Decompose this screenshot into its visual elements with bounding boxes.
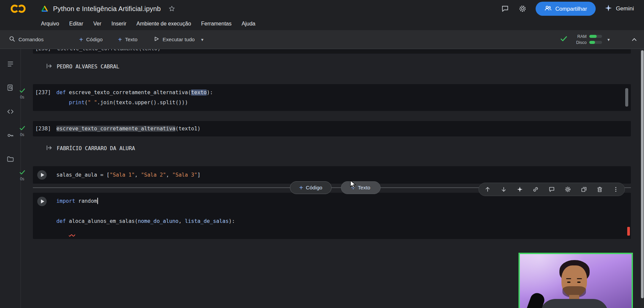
code-editor[interactable]: escreve_texto_corretamente_alternativa(t…: [56, 124, 200, 134]
code-line[interactable]: [56, 226, 235, 236]
code-line[interactable]: [236] escreve_texto_corretamente(texto): [35, 49, 160, 54]
code-line[interactable]: salas_de_aula = ["Sala 1", "Sala 2", "Sa…: [56, 170, 200, 180]
settings-gear-icon[interactable]: [518, 4, 527, 13]
menu-ver[interactable]: Ver: [93, 21, 101, 27]
run-all-button[interactable]: Executar tudo ▾: [153, 36, 204, 44]
code-editor[interactable]: def escreve_texto_corretamente_alternati…: [56, 87, 213, 108]
code-line[interactable]: import random: [56, 196, 235, 206]
disk-label: Disco: [573, 40, 587, 45]
executed-check-icon: [19, 125, 26, 131]
execution-count[interactable]: [238]: [35, 124, 51, 134]
connected-check-icon: [560, 35, 568, 44]
star-icon[interactable]: [168, 5, 176, 12]
execution-time: 0s: [16, 132, 28, 137]
menu-ferramentas[interactable]: Ferramentas: [201, 21, 232, 27]
plus-icon: +: [299, 184, 303, 191]
menubar: Arquivo Editar Ver Inserir Ambiente de e…: [0, 17, 644, 30]
error-marker: [627, 227, 630, 236]
cell-status: 0s: [16, 87, 28, 100]
add-code-button[interactable]: + Código: [79, 36, 103, 43]
colab-app: Python e Inteligência Artificial.ipynb: [0, 0, 644, 308]
code-editor[interactable]: salas_de_aula = ["Sala 1", "Sala 2", "Sa…: [56, 170, 200, 180]
code-editor[interactable]: [236] escreve_texto_corretamente(texto): [35, 49, 160, 54]
code-line[interactable]: def escreve_texto_corretamente_alternati…: [56, 87, 213, 98]
insert-code-button[interactable]: + Código: [290, 181, 332, 194]
more-actions-icon[interactable]: [610, 184, 621, 195]
add-text-button[interactable]: + Texto: [118, 36, 138, 43]
output-icon[interactable]: [46, 144, 53, 153]
clipped-code-cell[interactable]: [236] escreve_texto_corretamente(texto): [33, 49, 631, 54]
move-cell-up-icon[interactable]: [482, 184, 493, 195]
code-line[interactable]: [56, 206, 235, 216]
secrets-key-icon[interactable]: [6, 131, 15, 140]
play-icon: [41, 199, 44, 203]
output-text: FABRÍCIO CARRARO DA ALURA: [57, 145, 135, 151]
files-folder-icon[interactable]: [6, 155, 15, 164]
code-line[interactable]: escreve_texto_corretamente_alternativa(t…: [56, 124, 200, 134]
cell-status: 0s: [16, 169, 28, 181]
collapse-toolbar-icon[interactable]: [631, 36, 638, 43]
run-cell-button[interactable]: [37, 170, 47, 180]
webcam-overlay: [518, 253, 633, 308]
commands-button[interactable]: Comandos: [9, 36, 44, 44]
resources-indicator[interactable]: RAM Disco: [573, 34, 602, 45]
menu-ajuda[interactable]: Ajuda: [242, 21, 255, 27]
link-cell-icon[interactable]: [530, 184, 541, 195]
execution-count[interactable]: [237]: [35, 87, 51, 98]
code-cell-active[interactable]: import random def aloca_alunos_em_salas(…: [33, 193, 631, 239]
execution-time: 0s: [16, 177, 28, 181]
plus-icon: +: [79, 36, 83, 43]
code-cell-238[interactable]: [238] escreve_texto_corretamente_alterna…: [33, 121, 631, 136]
delete-cell-icon[interactable]: [594, 184, 605, 195]
code-snippets-icon[interactable]: [6, 107, 15, 116]
insert-text-button[interactable]: + Texto: [341, 181, 381, 194]
title-bar: Python e Inteligência Artificial.ipynb: [0, 0, 644, 17]
code-line[interactable]: print(" ".join(texto.upper().split())): [56, 98, 213, 108]
app-header: Python e Inteligência Artificial.ipynb: [0, 0, 644, 30]
gemini-button[interactable]: Gemini: [604, 4, 634, 14]
code-cell-237[interactable]: [237] def escreve_texto_corretamente_alt…: [33, 84, 631, 111]
toolbar-right: RAM Disco ▾: [560, 34, 644, 45]
cell-output: FABRÍCIO CARRARO DA ALURA: [46, 144, 135, 153]
gemini-sparkle-icon[interactable]: [514, 184, 525, 195]
ram-label: RAM: [573, 34, 587, 39]
table-of-contents-icon[interactable]: [6, 60, 15, 68]
gemini-label: Gemini: [616, 5, 634, 12]
cell-scrollbar[interactable]: [625, 88, 628, 107]
menu-arquivo[interactable]: Arquivo: [41, 21, 59, 27]
comment-cell-icon[interactable]: [546, 184, 557, 195]
cell-settings-gear-icon[interactable]: [562, 184, 573, 195]
code-line[interactable]: def aloca_alunos_em_salas(nome_do_aluno,…: [56, 216, 235, 226]
scrollbar-thumb[interactable]: [641, 50, 644, 298]
play-outline-icon: [153, 36, 160, 44]
plus-icon: +: [118, 36, 122, 43]
executed-check-icon: [19, 87, 26, 94]
comments-icon[interactable]: [501, 4, 509, 13]
gemini-sparkle-icon: [604, 4, 612, 14]
chevron-down-icon: ▾: [201, 37, 203, 42]
colab-logo-icon[interactable]: [10, 4, 26, 14]
execution-time: 0s: [16, 95, 28, 100]
presenter-eye: [577, 282, 581, 283]
output-icon[interactable]: [46, 62, 53, 71]
run-cell-button[interactable]: [37, 197, 47, 206]
executed-check-icon: [19, 169, 26, 176]
share-label: Compartilhar: [555, 6, 587, 12]
notebook-title[interactable]: Python e Inteligência Artificial.ipynb: [53, 5, 161, 13]
move-cell-down-icon[interactable]: [498, 184, 509, 195]
menu-ambiente[interactable]: Ambiente de execução: [137, 21, 191, 27]
presenter-brow: [566, 278, 571, 279]
menu-editar[interactable]: Editar: [69, 21, 83, 27]
code-editor[interactable]: import random def aloca_alunos_em_salas(…: [56, 196, 235, 236]
find-replace-icon[interactable]: [6, 83, 15, 92]
resources-dropdown-icon[interactable]: ▾: [607, 37, 610, 42]
code-cell-salas[interactable]: salas_de_aula = ["Sala 1", "Sala 2", "Sa…: [33, 166, 631, 184]
ram-bar: [589, 35, 602, 38]
disk-bar: [589, 41, 602, 44]
scrollbar-track[interactable]: [640, 49, 644, 308]
menu-inserir[interactable]: Inserir: [111, 21, 126, 27]
mirror-cell-icon[interactable]: [579, 184, 589, 195]
cell-output: PEDRO ALVARES CABRAL: [46, 62, 119, 71]
cell-status: 0s: [16, 125, 28, 137]
share-button[interactable]: Compartilhar: [536, 2, 596, 16]
